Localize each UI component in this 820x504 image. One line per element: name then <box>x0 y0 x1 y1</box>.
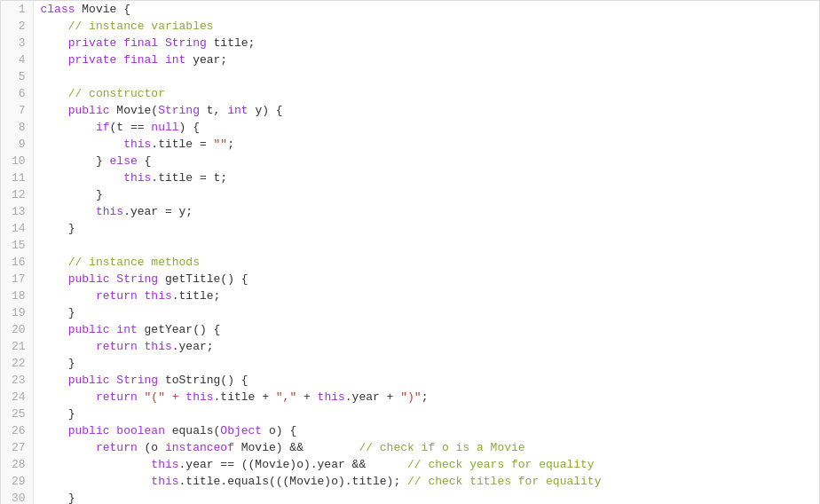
line-code: } <box>33 490 819 504</box>
line-number: 17 <box>1 271 33 287</box>
table-row: 8 if(t == null) { <box>1 119 819 136</box>
table-row: 22 } <box>1 355 819 372</box>
line-code: this.year == ((Movie)o).year && // check… <box>33 456 819 473</box>
line-code: return (o instanceof Movie) && // check … <box>33 439 819 456</box>
line-number: 12 <box>1 186 33 203</box>
table-row: 14 } <box>1 220 819 237</box>
line-number: 5 <box>1 68 33 85</box>
line-number: 27 <box>1 439 33 456</box>
table-row: 10 } else { <box>1 153 819 169</box>
line-code: // instance methods <box>33 254 819 271</box>
table-row: 13 this.year = y; <box>1 203 819 220</box>
table-row: 19 } <box>1 304 819 321</box>
table-row: 17 public String getTitle() { <box>1 271 819 287</box>
line-code: public String getTitle() { <box>33 271 819 287</box>
line-number: 7 <box>1 102 33 119</box>
table-row: 1class Movie { <box>1 1 819 18</box>
line-code: return this.title; <box>33 287 819 304</box>
line-number: 20 <box>1 321 33 338</box>
line-code: this.title = t; <box>33 169 819 186</box>
line-code: } <box>33 355 819 372</box>
line-code: return "(" + this.title + "," + this.yea… <box>33 389 819 406</box>
table-row: 26 public boolean equals(Object o) { <box>1 422 819 439</box>
table-row: 21 return this.year; <box>1 338 819 355</box>
line-number: 14 <box>1 220 33 237</box>
line-code: private final String title; <box>33 35 819 51</box>
table-row: 2 // instance variables <box>1 18 819 35</box>
line-number: 21 <box>1 338 33 355</box>
line-number: 6 <box>1 85 33 102</box>
line-number: 13 <box>1 203 33 220</box>
line-number: 23 <box>1 372 33 389</box>
line-code: public boolean equals(Object o) { <box>33 422 819 439</box>
code-table: 1class Movie {2 // instance variables3 p… <box>1 1 819 504</box>
table-row: 18 return this.title; <box>1 287 819 304</box>
table-row: 27 return (o instanceof Movie) && // che… <box>1 439 819 456</box>
line-number: 10 <box>1 153 33 169</box>
line-number: 8 <box>1 119 33 136</box>
line-number: 19 <box>1 304 33 321</box>
line-number: 15 <box>1 237 33 254</box>
table-row: 4 private final int year; <box>1 51 819 68</box>
table-row: 12 } <box>1 186 819 203</box>
line-code: this.title = ""; <box>33 136 819 153</box>
line-number: 11 <box>1 169 33 186</box>
line-number: 29 <box>1 473 33 490</box>
line-number: 4 <box>1 51 33 68</box>
table-row: 15 <box>1 237 819 254</box>
line-code <box>33 237 819 254</box>
line-code: } <box>33 220 819 237</box>
line-number: 24 <box>1 389 33 406</box>
table-row: 24 return "(" + this.title + "," + this.… <box>1 389 819 406</box>
line-number: 1 <box>1 1 33 18</box>
line-code: this.year = y; <box>33 203 819 220</box>
line-code: if(t == null) { <box>33 119 819 136</box>
table-row: 28 this.year == ((Movie)o).year && // ch… <box>1 456 819 473</box>
table-row: 9 this.title = ""; <box>1 136 819 153</box>
table-row: 6 // constructor <box>1 85 819 102</box>
table-row: 16 // instance methods <box>1 254 819 271</box>
table-row: 11 this.title = t; <box>1 169 819 186</box>
table-row: 25 } <box>1 406 819 422</box>
line-code: } else { <box>33 153 819 169</box>
line-code: } <box>33 186 819 203</box>
table-row: 23 public String toString() { <box>1 372 819 389</box>
line-number: 9 <box>1 136 33 153</box>
line-code: public int getYear() { <box>33 321 819 338</box>
line-number: 16 <box>1 254 33 271</box>
line-code: public Movie(String t, int y) { <box>33 102 819 119</box>
line-number: 18 <box>1 287 33 304</box>
table-row: 7 public Movie(String t, int y) { <box>1 102 819 119</box>
line-code: public String toString() { <box>33 372 819 389</box>
table-row: 30 } <box>1 490 819 504</box>
line-code: private final int year; <box>33 51 819 68</box>
line-number: 25 <box>1 406 33 422</box>
line-code: this.title.equals(((Movie)o).title); // … <box>33 473 819 490</box>
line-number: 26 <box>1 422 33 439</box>
line-number: 22 <box>1 355 33 372</box>
line-code: class Movie { <box>33 1 819 18</box>
table-row: 29 this.title.equals(((Movie)o).title); … <box>1 473 819 490</box>
line-number: 3 <box>1 35 33 51</box>
table-row: 20 public int getYear() { <box>1 321 819 338</box>
line-code: return this.year; <box>33 338 819 355</box>
line-code: // instance variables <box>33 18 819 35</box>
line-number: 30 <box>1 490 33 504</box>
line-code: } <box>33 406 819 422</box>
line-code: // constructor <box>33 85 819 102</box>
line-number: 2 <box>1 18 33 35</box>
line-code <box>33 68 819 85</box>
line-code: } <box>33 304 819 321</box>
table-row: 5 <box>1 68 819 85</box>
code-editor: 1class Movie {2 // instance variables3 p… <box>0 0 820 504</box>
table-row: 3 private final String title; <box>1 35 819 51</box>
line-number: 28 <box>1 456 33 473</box>
